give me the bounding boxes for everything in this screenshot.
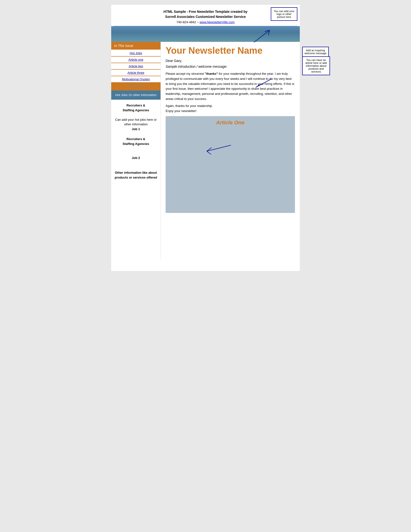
body-text-1-prefix: Please accept my sincerest	[166, 72, 205, 76]
sign-off: Again, thanks for your readership.	[166, 104, 295, 108]
header-phone: 740-824-4842 ~ www.NewsletterVille.com	[116, 20, 295, 24]
article-annotation: You can have an article here or add info…	[302, 56, 330, 75]
svg-line-7	[256, 85, 260, 87]
page-wrapper: HTML Sample - Free Newsletter Template c…	[111, 5, 300, 271]
sidebar-section-2-job: Job 2	[114, 156, 158, 160]
article-annotation-text: You can have an article here or add info…	[305, 58, 327, 73]
banner	[111, 26, 300, 42]
header-title: HTML Sample - Free Newsletter Template c…	[116, 9, 295, 19]
body-text-1: Please accept my sincerest "thanks" for …	[166, 71, 295, 102]
svg-line-8	[256, 87, 259, 88]
sidebar-section-2-title: Recruiters &Staffing Agencies	[114, 137, 158, 146]
sidebar: In This Issue Hot Jobs Article one Artic…	[111, 42, 161, 260]
article-arrow-icon	[204, 143, 233, 155]
welcome-arrow-icon	[253, 78, 273, 89]
welcome-annotation-text: Add an inspiring welcome message	[304, 49, 326, 55]
body-text-1-rest: for your readership throughout the year.…	[166, 72, 294, 101]
welcome-annotation: Add an inspiring welcome message	[302, 47, 329, 57]
header-phone-text: 740-824-4842 ~	[177, 20, 200, 24]
logo-annotation-text: You can add your logo or other picture h…	[274, 10, 294, 18]
right-content: Your Newsletter Name Dear Gary, Sample i…	[161, 42, 300, 217]
article-one-title: Article One	[169, 120, 291, 126]
svg-line-3	[207, 145, 231, 151]
logo-arrow-icon	[249, 29, 271, 44]
svg-line-0	[254, 30, 270, 42]
intro-italic: Sample introduction / welcome message:	[166, 65, 295, 68]
enjoy-text: Enjoy your newsletter!	[166, 109, 295, 113]
website-link[interactable]: www.NewsletterVille.com	[199, 20, 234, 24]
sidebar-about: About Us	[111, 83, 160, 89]
sidebar-section-3: Other information like about products or…	[111, 162, 160, 182]
article-one-section: Article One	[166, 116, 295, 213]
sidebar-nav: Hot Jobs Article one Article two Article…	[111, 50, 160, 90]
sidebar-nav-article-three[interactable]: Article three	[111, 70, 160, 76]
sidebar-section-1: Recruiters &Staffing Agencies Can add yo…	[111, 100, 160, 133]
sidebar-nav-motivational-quotes[interactable]: Motivational Quotes	[111, 76, 160, 82]
body-text-1-bold: "thanks"	[205, 72, 218, 76]
greeting: Dear Gary,	[166, 59, 295, 63]
header-title-line2: Sorrell Associates Customized Newsletter…	[165, 15, 246, 19]
sidebar-nav-article-two[interactable]: Article two	[111, 63, 160, 69]
header-title-line1: HTML Sample - Free Newsletter Template c…	[163, 10, 247, 14]
sidebar-nav-article-one[interactable]: Article one	[111, 57, 160, 63]
header: HTML Sample - Free Newsletter Template c…	[111, 5, 300, 26]
svg-line-6	[256, 79, 271, 87]
sidebar-section-1-title: Recruiters &Staffing Agencies	[114, 103, 158, 113]
sidebar-in-this-issue: In This Issue	[111, 42, 160, 50]
right-content-wrapper: Your Newsletter Name Dear Gary, Sample i…	[161, 42, 300, 260]
svg-line-5	[207, 151, 211, 154]
sidebar-hot-jobs: Hot Jobs Or other information	[111, 90, 160, 100]
sidebar-section-3-body: Other information like about products or…	[114, 170, 158, 180]
sidebar-section-1-body: Can add your hot jobs here or other info…	[114, 118, 158, 132]
main-content: In This Issue Hot Jobs Article one Artic…	[111, 42, 300, 260]
newsletter-title: Your Newsletter Name	[166, 46, 295, 56]
sidebar-section-2: Recruiters &Staffing Agencies Job 2	[111, 133, 160, 162]
logo-annotation-box: You can add your logo or other picture h…	[271, 7, 297, 21]
sidebar-nav-hot-jobs[interactable]: Hot Jobs	[111, 50, 160, 56]
